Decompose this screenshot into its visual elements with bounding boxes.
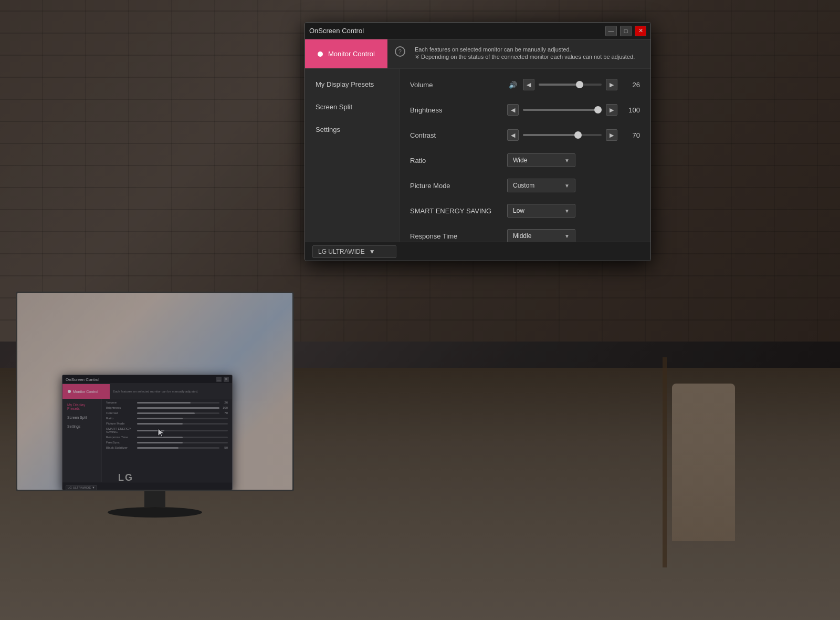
main-nav-split[interactable]: Screen Split bbox=[305, 96, 399, 118]
picture-mode-dropdown[interactable]: Custom ▼ bbox=[507, 179, 575, 192]
volume-value: 26 bbox=[622, 81, 640, 89]
energy-dropdown[interactable]: Low ▼ bbox=[507, 204, 575, 218]
small-picture-track[interactable] bbox=[137, 423, 228, 425]
ratio-dropdown[interactable]: Wide ▼ bbox=[507, 153, 575, 167]
small-ratio-track[interactable] bbox=[137, 418, 228, 419]
small-energy-fill bbox=[137, 430, 164, 431]
small-brightness-track[interactable] bbox=[137, 407, 219, 409]
small-volume-track[interactable] bbox=[137, 402, 219, 404]
response-time-dropdown-arrow: ▼ bbox=[564, 233, 570, 239]
response-time-dropdown[interactable]: Middle ▼ bbox=[507, 229, 575, 242]
small-nav-split[interactable]: Screen Split bbox=[65, 414, 99, 421]
volume-slider-track[interactable] bbox=[539, 84, 602, 86]
volume-slider-group: 🔊 ◀ ▶ 26 bbox=[507, 79, 640, 90]
main-osc-title: OnScreen Control bbox=[309, 27, 364, 35]
monitor-select-dropdown[interactable]: LG ULTRAWIDE ▼ bbox=[312, 245, 396, 258]
brightness-slider-track[interactable] bbox=[523, 109, 602, 111]
energy-label: SMART ENERGY SAVING bbox=[410, 207, 507, 215]
contrast-slider-group: ◀ ▶ 70 bbox=[507, 129, 640, 141]
brightness-slider-group: ◀ ▶ 100 bbox=[507, 104, 640, 116]
lg-logo: LG bbox=[118, 472, 133, 483]
brightness-decrease-btn[interactable]: ◀ bbox=[507, 104, 519, 116]
small-black-row: Black Stabilizer 50 bbox=[106, 446, 228, 449]
question-icon: ? bbox=[395, 46, 405, 57]
ratio-control-row: Ratio Wide ▼ bbox=[410, 152, 640, 169]
main-nav-settings[interactable]: Settings bbox=[305, 118, 399, 141]
volume-icon: 🔊 bbox=[507, 79, 519, 90]
small-nav-settings[interactable]: Settings bbox=[65, 422, 99, 430]
small-picture-label: Picture Mode bbox=[106, 422, 135, 425]
small-monitor-dropdown-arrow: ▼ bbox=[92, 486, 95, 489]
monitor-screen: OnScreen Control — ✕ Monitor Control Eac… bbox=[16, 292, 294, 491]
small-black-label: Black Stabilizer bbox=[106, 446, 135, 449]
small-response-fill bbox=[137, 437, 183, 438]
monitor-base bbox=[108, 507, 202, 518]
brightness-slider-thumb[interactable] bbox=[594, 106, 602, 113]
main-osc-titlebar: OnScreen Control — □ ✕ bbox=[305, 23, 650, 39]
main-osc-body: My Display Presets Screen Split Settings… bbox=[305, 69, 650, 242]
small-osc-monitor-label: Monitor Control bbox=[73, 390, 98, 394]
ratio-label: Ratio bbox=[410, 157, 507, 164]
response-time-control-row: Response Time Middle ▼ bbox=[410, 228, 640, 242]
main-osc-footer: LG ULTRAWIDE ▼ bbox=[305, 242, 650, 261]
background-stick bbox=[663, 357, 667, 567]
small-osc-nav: My Display Presets Screen Split Settings bbox=[62, 399, 102, 482]
small-monitor-select-label: LG ULTRAWIDE bbox=[68, 486, 91, 489]
small-osc-monitor-ctrl-btn[interactable]: Monitor Control bbox=[62, 384, 110, 399]
volume-slider-fill bbox=[539, 84, 580, 86]
small-black-track[interactable] bbox=[137, 447, 219, 449]
contrast-slider-fill bbox=[523, 134, 578, 136]
ratio-dropdown-arrow: ▼ bbox=[564, 158, 570, 163]
picture-mode-dropdown-arrow: ▼ bbox=[564, 183, 570, 189]
small-freesync-track[interactable] bbox=[137, 442, 228, 443]
volume-control-row: Volume 🔊 ◀ ▶ 26 bbox=[410, 76, 640, 93]
contrast-value: 70 bbox=[622, 131, 640, 139]
main-maximize-btn[interactable]: □ bbox=[620, 26, 632, 36]
picture-mode-selected: Custom bbox=[513, 182, 534, 189]
small-brightness-row: Brightness 100 bbox=[106, 406, 228, 409]
contrast-decrease-btn[interactable]: ◀ bbox=[507, 129, 519, 141]
small-freesync-fill bbox=[137, 442, 183, 443]
small-osc-slider-content: Volume 26 Brightness 100 bbox=[102, 399, 232, 482]
volume-decrease-btn[interactable]: ◀ bbox=[523, 79, 534, 90]
small-black-fill bbox=[137, 447, 178, 449]
small-picture-row: Picture Mode bbox=[106, 422, 228, 425]
small-volume-fill bbox=[137, 402, 191, 404]
small-volume-value: 26 bbox=[222, 401, 228, 404]
small-brightness-fill bbox=[137, 407, 219, 409]
small-osc-close[interactable]: ✕ bbox=[224, 377, 229, 382]
brightness-control-row: Brightness ◀ ▶ 100 bbox=[410, 101, 640, 118]
brightness-slider-fill bbox=[523, 109, 602, 111]
small-osc-header: Monitor Control Each features on selecte… bbox=[62, 384, 232, 399]
main-info-bar: ? Each features on selected monitor can … bbox=[387, 39, 650, 68]
small-energy-track[interactable] bbox=[137, 430, 228, 431]
small-contrast-row: Contrast 70 bbox=[106, 411, 228, 415]
small-monitor-select[interactable]: LG ULTRAWIDE ▼ bbox=[66, 485, 97, 490]
main-close-btn[interactable]: ✕ bbox=[635, 26, 646, 36]
main-osc-window-buttons: — □ ✕ bbox=[605, 26, 646, 36]
volume-increase-btn[interactable]: ▶ bbox=[606, 79, 617, 90]
small-freesync-row: FreeSync bbox=[106, 441, 228, 444]
small-ratio-row: Ratio bbox=[106, 417, 228, 420]
small-nav-presets[interactable]: My Display Presets bbox=[65, 401, 99, 412]
brightness-label: Brightness bbox=[410, 106, 507, 114]
main-minimize-btn[interactable]: — bbox=[605, 26, 617, 36]
small-osc-info: Each features on selected monitor can be… bbox=[110, 384, 232, 399]
small-response-track[interactable] bbox=[137, 437, 228, 438]
small-dot-icon bbox=[68, 390, 71, 393]
contrast-slider-track[interactable] bbox=[523, 134, 602, 136]
main-monitor-ctrl-label: Monitor Control bbox=[328, 50, 375, 58]
picture-mode-control-row: Picture Mode Custom ▼ bbox=[410, 177, 640, 194]
response-time-label: Response Time bbox=[410, 232, 507, 240]
brightness-increase-btn[interactable]: ▶ bbox=[606, 104, 617, 116]
contrast-increase-btn[interactable]: ▶ bbox=[606, 129, 617, 141]
picture-mode-label: Picture Mode bbox=[410, 182, 507, 190]
small-volume-label: Volume bbox=[106, 401, 135, 404]
small-osc-minimize[interactable]: — bbox=[216, 377, 222, 382]
volume-slider-thumb[interactable] bbox=[576, 81, 583, 88]
small-contrast-track[interactable] bbox=[137, 412, 219, 414]
main-nav-presets[interactable]: My Display Presets bbox=[305, 73, 399, 96]
small-response-row: Response Time bbox=[106, 436, 228, 439]
contrast-slider-thumb[interactable] bbox=[574, 131, 582, 139]
main-monitor-ctrl-btn[interactable]: Monitor Control bbox=[305, 39, 387, 68]
